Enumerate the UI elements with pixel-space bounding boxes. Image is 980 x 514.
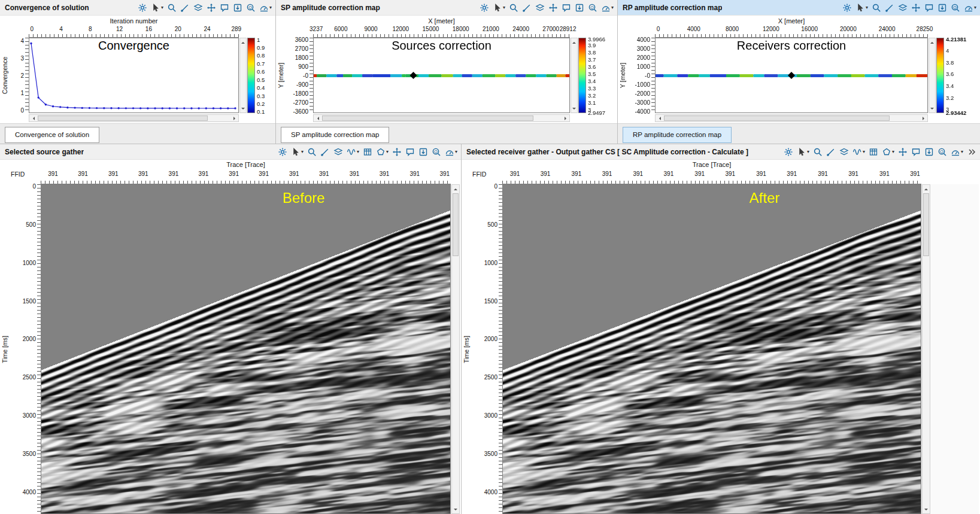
zoom-q-icon[interactable]: Q <box>951 3 960 13</box>
rp-map-plot[interactable]: Receivers correction <box>655 38 928 113</box>
source-gather-canvas[interactable] <box>41 185 450 513</box>
zoom-q-icon[interactable]: Q <box>432 147 441 157</box>
export-icon[interactable] <box>937 3 947 13</box>
pointer-icon[interactable]: ▾ <box>855 3 868 13</box>
gauge-icon[interactable]: ▾ <box>259 3 272 13</box>
horizontal-scrollbar[interactable] <box>313 114 570 122</box>
pointer-icon[interactable]: ▾ <box>151 3 163 13</box>
gear-icon[interactable] <box>278 147 287 157</box>
pan-icon[interactable] <box>207 3 216 13</box>
scrollbar-track[interactable] <box>240 46 246 105</box>
zoom-icon[interactable] <box>167 3 177 13</box>
scroll-left-button[interactable] <box>29 115 37 121</box>
receiver-gather-plot[interactable]: After <box>502 184 921 514</box>
gear-icon[interactable] <box>842 3 852 13</box>
layers-icon[interactable] <box>193 3 203 13</box>
pick-icon[interactable] <box>320 147 330 157</box>
sp-map-plot[interactable]: Sources correction <box>313 38 570 113</box>
pan-icon[interactable] <box>548 3 558 13</box>
scroll-up-button[interactable] <box>240 38 246 46</box>
table-icon[interactable] <box>363 147 372 157</box>
scrollbar-thumb[interactable] <box>664 115 890 121</box>
scroll-down-button[interactable] <box>923 506 930 513</box>
comment-icon[interactable] <box>911 147 921 157</box>
receiver-gather-canvas[interactable] <box>503 185 921 513</box>
tab-sp-amplitude-correction-map[interactable]: SP amplitude correction map <box>281 127 389 143</box>
tab-rp-amplitude-correction-map[interactable]: RP amplitude correction map <box>623 127 732 143</box>
vertical-scrollbar[interactable] <box>571 38 578 113</box>
zoom-q-icon[interactable]: Q <box>588 3 597 13</box>
pan-icon[interactable] <box>911 3 921 13</box>
vertical-scrollbar[interactable] <box>451 184 460 514</box>
convergence-plot[interactable]: Convergence <box>29 38 239 113</box>
zoom-q-icon[interactable]: Q <box>246 3 256 13</box>
scroll-left-button[interactable] <box>314 115 321 121</box>
scroll-down-button[interactable] <box>240 105 246 112</box>
pick-icon[interactable] <box>885 3 894 13</box>
gauge-icon[interactable]: ▾ <box>964 3 976 13</box>
scroll-right-button[interactable] <box>920 115 927 121</box>
zoom-icon[interactable] <box>307 147 317 157</box>
gear-icon[interactable] <box>784 147 793 157</box>
source-gather-plot[interactable]: Before <box>41 184 451 514</box>
scrollbar-thumb[interactable] <box>923 193 929 256</box>
scrollbar-track[interactable] <box>663 115 920 121</box>
scroll-right-button[interactable] <box>562 115 569 121</box>
pick-icon[interactable] <box>522 3 532 13</box>
rp-map-canvas[interactable] <box>656 38 927 112</box>
pointer-icon[interactable]: ▾ <box>291 147 304 157</box>
comment-icon[interactable] <box>220 3 229 13</box>
pick-icon[interactable] <box>180 3 190 13</box>
gauge-icon[interactable]: ▾ <box>601 3 614 13</box>
layers-icon[interactable] <box>839 147 849 157</box>
comment-icon[interactable] <box>405 147 415 157</box>
pointer-icon[interactable]: ▾ <box>797 147 809 157</box>
scroll-up-button[interactable] <box>929 38 935 46</box>
scroll-up-button[interactable] <box>571 38 577 46</box>
scrollbar-thumb[interactable] <box>322 115 533 121</box>
wave-icon[interactable]: ▾ <box>347 147 359 157</box>
scroll-down-button[interactable] <box>452 506 459 513</box>
pan-icon[interactable] <box>392 147 402 157</box>
scroll-down-button[interactable] <box>571 105 577 112</box>
polygon-icon[interactable]: ▾ <box>882 147 894 157</box>
scrollbar-track[interactable] <box>37 115 230 121</box>
gear-icon[interactable] <box>138 3 147 13</box>
table-icon[interactable] <box>869 147 878 157</box>
polygon-icon[interactable]: ▾ <box>376 147 389 157</box>
horizontal-scrollbar[interactable] <box>29 114 239 122</box>
scrollbar-track[interactable] <box>571 46 577 105</box>
layers-icon[interactable] <box>898 3 908 13</box>
vertical-scrollbar[interactable] <box>922 184 930 514</box>
export-icon[interactable] <box>418 147 428 157</box>
comment-icon[interactable] <box>562 3 571 13</box>
overflow-icon[interactable] <box>967 147 976 157</box>
gauge-icon[interactable]: ▾ <box>951 147 963 157</box>
vertical-scrollbar[interactable] <box>239 38 247 113</box>
pan-icon[interactable] <box>898 147 908 157</box>
wave-icon[interactable]: ▾ <box>852 147 865 157</box>
gauge-icon[interactable]: ▾ <box>445 147 457 157</box>
pick-icon[interactable] <box>826 147 836 157</box>
tab-convergence-of-solution[interactable]: Convergence of solution <box>5 127 99 143</box>
scroll-down-button[interactable] <box>929 105 935 112</box>
export-icon[interactable] <box>233 3 242 13</box>
scrollbar-track[interactable] <box>452 193 459 506</box>
export-icon[interactable] <box>575 3 584 13</box>
scroll-left-button[interactable] <box>656 115 663 121</box>
scrollbar-track[interactable] <box>923 193 930 506</box>
zoom-icon[interactable] <box>872 3 881 13</box>
sp-map-canvas[interactable] <box>314 38 569 112</box>
scrollbar-track[interactable] <box>321 115 562 121</box>
scroll-up-button[interactable] <box>923 185 930 193</box>
comment-icon[interactable] <box>924 3 934 13</box>
gear-icon[interactable] <box>480 3 489 13</box>
zoom-icon[interactable] <box>813 147 823 157</box>
scrollbar-thumb[interactable] <box>38 115 208 121</box>
scroll-up-button[interactable] <box>452 185 459 193</box>
pointer-icon[interactable]: ▾ <box>493 3 505 13</box>
horizontal-scrollbar[interactable] <box>655 114 928 122</box>
scrollbar-thumb[interactable] <box>453 193 459 256</box>
zoom-q-icon[interactable]: Q <box>937 147 947 157</box>
layers-icon[interactable] <box>535 3 545 13</box>
